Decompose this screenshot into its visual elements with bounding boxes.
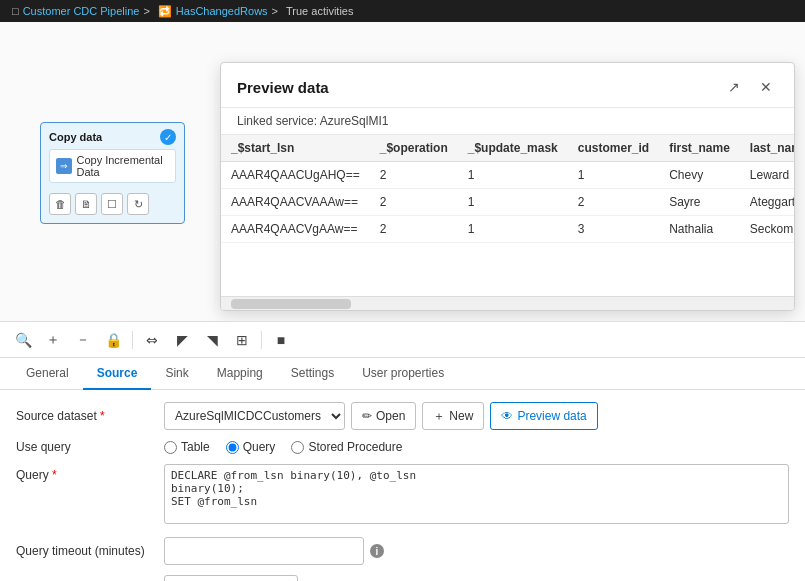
eye-icon: 👁	[501, 409, 513, 423]
activity-actions: 🗑 🗎 ☐ ↻	[49, 189, 176, 215]
col-last-name: last_name	[740, 135, 794, 162]
activity-body-label: Copy Incremental Data	[76, 154, 169, 178]
tab-mapping[interactable]: Mapping	[203, 358, 277, 390]
preview-linked-service: Linked service: AzureSqlMI1	[221, 108, 794, 135]
tabs: General Source Sink Mapping Settings Use…	[0, 358, 805, 390]
source-dataset-row: Source dataset * AzureSqlMICDCCustomers …	[16, 402, 789, 430]
col-customer-id: customer_id	[568, 135, 659, 162]
query-label: Query *	[16, 464, 156, 482]
settings-activity-btn[interactable]: ☐	[101, 193, 123, 215]
bottom-panel: General Source Sink Mapping Settings Use…	[0, 358, 805, 581]
canvas-area: Copy data ✓ ⇒ Copy Incremental Data 🗑 🗎 …	[0, 22, 805, 322]
lock-btn[interactable]: 🔒	[102, 329, 124, 351]
preview-table: _$start_lsn _$operation _$update_mask cu…	[221, 135, 794, 243]
tab-user-properties[interactable]: User properties	[348, 358, 458, 390]
close-icon[interactable]: ✕	[754, 75, 778, 99]
activity-icon: 🔁	[158, 5, 172, 18]
frame-select-btn[interactable]: ◤	[171, 329, 193, 351]
query-radio-label[interactable]: Query	[226, 440, 276, 454]
main-content: Copy data ✓ ⇒ Copy Incremental Data 🗑 🗎 …	[0, 22, 805, 581]
query-textarea[interactable]: DECLARE @from_lsn binary(10), @to_lsn bi…	[164, 464, 789, 524]
source-dataset-label: Source dataset *	[16, 409, 156, 423]
query-radio[interactable]	[226, 441, 239, 454]
use-query-row: Use query Table Query Stored Procedure	[16, 440, 789, 454]
tab-general[interactable]: General	[12, 358, 83, 390]
query-timeout-input[interactable]	[164, 537, 364, 565]
preview-table-header: _$start_lsn _$operation _$update_mask cu…	[221, 135, 794, 162]
tab-settings[interactable]: Settings	[277, 358, 348, 390]
title-bar: □ Customer CDC Pipeline > 🔁 HasChangedRo…	[0, 0, 805, 22]
source-dataset-control: AzureSqlMICDCCustomers ✏ Open ＋ New 👁 Pr…	[164, 402, 789, 430]
activity-node-title: Copy data	[49, 131, 102, 143]
preview-table-body: AAAR4QAACUgAHQ==211ChevyLewardcleward0@m…	[221, 162, 794, 243]
search-btn[interactable]: 🔍	[12, 329, 34, 351]
plus-icon: ＋	[433, 408, 445, 425]
expand-h-btn[interactable]: ⇔	[141, 329, 163, 351]
activity-body: ⇒ Copy Incremental Data	[49, 149, 176, 183]
activity-check-icon: ✓	[160, 129, 176, 145]
stored-proc-radio-text: Stored Procedure	[308, 440, 402, 454]
query-timeout-label: Query timeout (minutes)	[16, 544, 156, 558]
copy-icon: ⇒	[56, 158, 72, 174]
activity-node[interactable]: Copy data ✓ ⇒ Copy Incremental Data 🗑 🗎 …	[40, 122, 185, 224]
new-dataset-btn[interactable]: ＋ New	[422, 402, 484, 430]
pipeline-link[interactable]: Customer CDC Pipeline	[23, 5, 140, 17]
toolbar-divider-1	[132, 331, 133, 349]
breadcrumb-suffix: True activities	[286, 5, 353, 17]
toolbar: 🔍 ＋ － 🔒 ⇔ ◤ ◥ ⊞ ■	[0, 322, 805, 358]
delete-activity-btn[interactable]: 🗑	[49, 193, 71, 215]
activity-link[interactable]: HasChangedRows	[176, 5, 268, 17]
pointer-btn[interactable]: ■	[270, 329, 292, 351]
use-query-label: Use query	[16, 440, 156, 454]
col-start-lsn: _$start_lsn	[221, 135, 370, 162]
preview-header: Preview data ↗ ✕	[221, 63, 794, 108]
preview-data-btn[interactable]: 👁 Preview data	[490, 402, 597, 430]
tab-sink[interactable]: Sink	[151, 358, 202, 390]
source-dataset-select[interactable]: AzureSqlMICDCCustomers	[164, 402, 345, 430]
table-row: AAAR4QAACVAAAw==212SayreAteggartsateggar…	[221, 189, 794, 216]
preview-scrollbar-thumb	[231, 299, 351, 309]
add-btn[interactable]: ＋	[42, 329, 64, 351]
pencil-icon: ✏	[362, 409, 372, 423]
required-marker-2: *	[52, 468, 57, 482]
isolation-level-row: Isolation level None ReadCommitted ReadU…	[16, 575, 789, 581]
required-marker: *	[100, 409, 105, 423]
table-row: AAAR4QAACVgAAw==213NathaliaSeckomnseckom…	[221, 216, 794, 243]
run-activity-btn[interactable]: ↻	[127, 193, 149, 215]
preview-header-btns: ↗ ✕	[722, 75, 778, 99]
open-dataset-btn[interactable]: ✏ Open	[351, 402, 416, 430]
table-radio[interactable]	[164, 441, 177, 454]
col-operation: _$operation	[370, 135, 458, 162]
activity-node-header: Copy data ✓	[49, 129, 176, 145]
table-radio-text: Table	[181, 440, 210, 454]
remove-btn[interactable]: －	[72, 329, 94, 351]
form-body: Source dataset * AzureSqlMICDCCustomers …	[0, 390, 805, 581]
query-timeout-control: i	[164, 537, 789, 565]
preview-table-wrap: _$start_lsn _$operation _$update_mask cu…	[221, 135, 794, 296]
query-control: DECLARE @from_lsn binary(10), @to_lsn bi…	[164, 464, 789, 527]
query-row: Query * DECLARE @from_lsn binary(10), @t…	[16, 464, 789, 527]
query-timeout-info-icon[interactable]: i	[370, 544, 384, 558]
frame-resize-btn[interactable]: ◥	[201, 329, 223, 351]
stored-proc-radio-label[interactable]: Stored Procedure	[291, 440, 402, 454]
query-radio-text: Query	[243, 440, 276, 454]
table-row: AAAR4QAACUgAHQ==211ChevyLewardcleward0@m…	[221, 162, 794, 189]
preview-scrollbar[interactable]	[221, 296, 794, 310]
col-first-name: first_name	[659, 135, 740, 162]
table-radio-label[interactable]: Table	[164, 440, 210, 454]
copy-activity-btn[interactable]: 🗎	[75, 193, 97, 215]
stored-proc-radio[interactable]	[291, 441, 304, 454]
col-update-mask: _$update_mask	[458, 135, 568, 162]
use-query-control: Table Query Stored Procedure	[164, 440, 789, 454]
tab-source[interactable]: Source	[83, 358, 152, 390]
isolation-level-select[interactable]: None ReadCommitted ReadUncommitted Repea…	[164, 575, 298, 581]
grid-btn[interactable]: ⊞	[231, 329, 253, 351]
title-pipeline-icon: □	[12, 5, 19, 17]
expand-icon[interactable]: ↗	[722, 75, 746, 99]
preview-modal: Preview data ↗ ✕ Linked service: AzureSq…	[220, 62, 795, 311]
query-timeout-row: Query timeout (minutes) i	[16, 537, 789, 565]
toolbar-divider-2	[261, 331, 262, 349]
isolation-level-control: None ReadCommitted ReadUncommitted Repea…	[164, 575, 789, 581]
preview-title: Preview data	[237, 79, 329, 96]
